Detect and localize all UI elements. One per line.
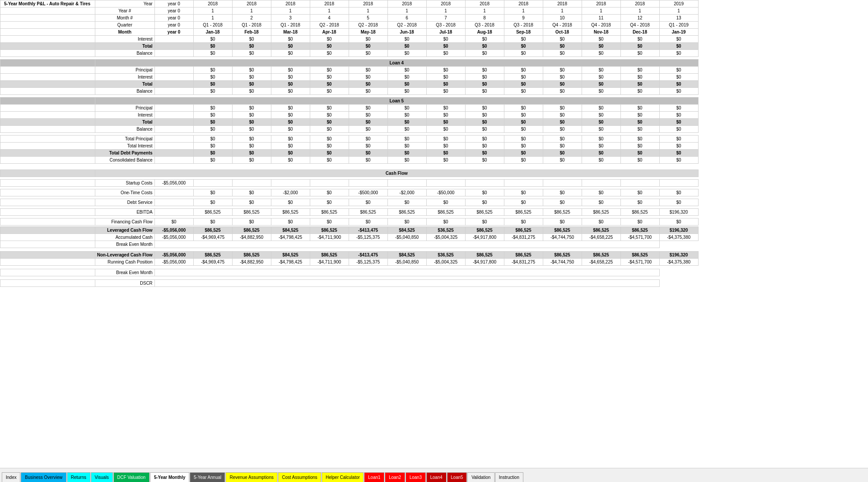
lcf5: -$413,475 — [349, 227, 387, 234]
tab-dcf-valuation[interactable]: DCF Valuation — [113, 472, 150, 482]
tab-5year-annual[interactable]: 5-Year Annual — [190, 472, 225, 482]
tab-loan5[interactable]: Loan5 — [447, 472, 467, 482]
loan5-i2: $0 — [232, 112, 271, 119]
balance-8: $0 — [465, 50, 504, 57]
loan5-p6: $0 — [387, 105, 426, 112]
nlcf5: -$413,475 — [349, 252, 387, 259]
loan4-t8: $0 — [465, 81, 504, 88]
interest-0 — [154, 36, 193, 43]
year-2018-8: 2018 — [465, 0, 504, 8]
year-2018-12: 2018 — [620, 0, 659, 8]
tab-helper-calculator[interactable]: Helper Calculator — [322, 472, 364, 482]
accumulated-cash-row: Accumulated Cash -$5,056,000 -$4,969,475… — [0, 234, 699, 241]
month-sep18: Sep-18 — [504, 29, 543, 36]
loan5-p12: $0 — [620, 105, 659, 112]
balance-6: $0 — [387, 50, 426, 57]
loan5-balance-label: Balance — [95, 126, 155, 133]
balance-9: $0 — [504, 50, 543, 57]
loan4-i8: $0 — [465, 74, 504, 81]
rcp1: -$4,969,475 — [193, 259, 232, 266]
blank-5 — [0, 36, 95, 43]
otc1: $0 — [193, 189, 232, 196]
balance-0 — [154, 50, 193, 57]
loan4-total-label: Total — [95, 81, 155, 88]
tab-revenue-assumptions[interactable]: Revenue Assumptions — [225, 472, 278, 482]
nlcf13: $196,320 — [659, 252, 698, 259]
tab-loan3[interactable]: Loan3 — [406, 472, 426, 482]
tab-visuals[interactable]: Visuals — [91, 472, 113, 482]
loan4-t3: $0 — [271, 81, 310, 88]
loan5-principal-label: Principal — [95, 105, 155, 112]
td1: $0 — [193, 150, 232, 157]
blank-33 — [0, 269, 95, 276]
tp2: $0 — [232, 136, 271, 143]
ebitda10: $86,525 — [543, 209, 582, 216]
total-0 — [154, 43, 193, 50]
startup-3 — [271, 180, 310, 187]
loan4-t9: $0 — [504, 81, 543, 88]
loan5-i9: $0 — [504, 112, 543, 119]
loan5-b4: $0 — [310, 126, 349, 133]
tab-index[interactable]: Index — [2, 472, 20, 482]
loan5-i13: $0 — [659, 112, 698, 119]
month-nov18: Nov-18 — [582, 29, 620, 36]
year-num-label: Year # — [95, 8, 155, 15]
nlcf8: $86,525 — [465, 252, 504, 259]
tab-business-overview[interactable]: Business Overview — [21, 472, 66, 482]
ac7: -$5,004,325 — [426, 234, 465, 241]
balance-12: $0 — [620, 50, 659, 57]
blank-8 — [0, 60, 95, 67]
loan4-i4: $0 — [310, 74, 349, 81]
loan4-p8: $0 — [465, 67, 504, 74]
tab-loan2[interactable]: Loan2 — [385, 472, 405, 482]
ds8: $0 — [465, 199, 504, 206]
blank-20 — [0, 150, 95, 157]
td4: $0 — [310, 150, 349, 157]
loan5-header: Loan 5 — [0, 98, 699, 105]
loan4-b12: $0 — [620, 88, 659, 95]
tab-5year-monthly[interactable]: 5-Year Monthly — [150, 472, 189, 482]
quarter-row: Quarter year 0 Q1 - 2018 Q1 - 2018 Q1 - … — [0, 22, 699, 29]
blank-14 — [0, 105, 95, 112]
ds2: $0 — [232, 199, 271, 206]
otc3: -$2,000 — [271, 189, 310, 196]
tab-validation[interactable]: Validation — [467, 472, 494, 482]
tab-instruction[interactable]: Instruction — [495, 472, 523, 482]
total-row-1: Total $0 $0 $0 $0 $0 $0 $0 $0 $0 $0 $0 $… — [0, 43, 699, 50]
spacer-12 — [0, 266, 699, 269]
year-2018-9: 2018 — [504, 0, 543, 8]
td3: $0 — [271, 150, 310, 157]
lcf10: $86,525 — [543, 227, 582, 234]
blank-26 — [0, 209, 95, 216]
otc13: $0 — [659, 189, 698, 196]
ebitda5: $86,525 — [349, 209, 387, 216]
loan5-interest-row: Interest $0 $0 $0 $0 $0 $0 $0 $0 $0 $0 $… — [0, 112, 699, 119]
lcf2: $86,525 — [232, 227, 271, 234]
otc0 — [154, 189, 193, 196]
ac0: -$5,056,000 — [154, 234, 193, 241]
lcf7: $36,525 — [426, 227, 465, 234]
loan4-t0 — [154, 81, 193, 88]
loan4-interest-row: Interest $0 $0 $0 $0 $0 $0 $0 $0 $0 $0 $… — [0, 74, 699, 81]
quarter-2: Q1 - 2018 — [232, 22, 271, 29]
balance-label-1: Balance — [95, 50, 155, 57]
loan5-b10: $0 — [543, 126, 582, 133]
quarter-7: Q3 - 2018 — [426, 22, 465, 29]
loan4-balance-row: Balance $0 $0 $0 $0 $0 $0 $0 $0 $0 $0 $0… — [0, 88, 699, 95]
loan5-p13: $0 — [659, 105, 698, 112]
loan5-t4: $0 — [310, 119, 349, 126]
ebitda4: $86,525 — [310, 209, 349, 216]
lcf0: -$5,056,000 — [154, 227, 193, 234]
lcf13: $196,320 — [659, 227, 698, 234]
otc6: -$2,000 — [387, 189, 426, 196]
tab-returns[interactable]: Returns — [67, 472, 90, 482]
tp9: $0 — [504, 136, 543, 143]
tab-loan4[interactable]: Loan4 — [426, 472, 447, 482]
ac2: -$4,882,950 — [232, 234, 271, 241]
loan5-p0 — [154, 105, 193, 112]
tab-loan1[interactable]: Loan1 — [364, 472, 384, 482]
loan4-p1: $0 — [193, 67, 232, 74]
balance-3: $0 — [271, 50, 310, 57]
tab-cost-assumptions[interactable]: Cost Assumptions — [278, 472, 321, 482]
fcf6: $0 — [387, 218, 426, 226]
